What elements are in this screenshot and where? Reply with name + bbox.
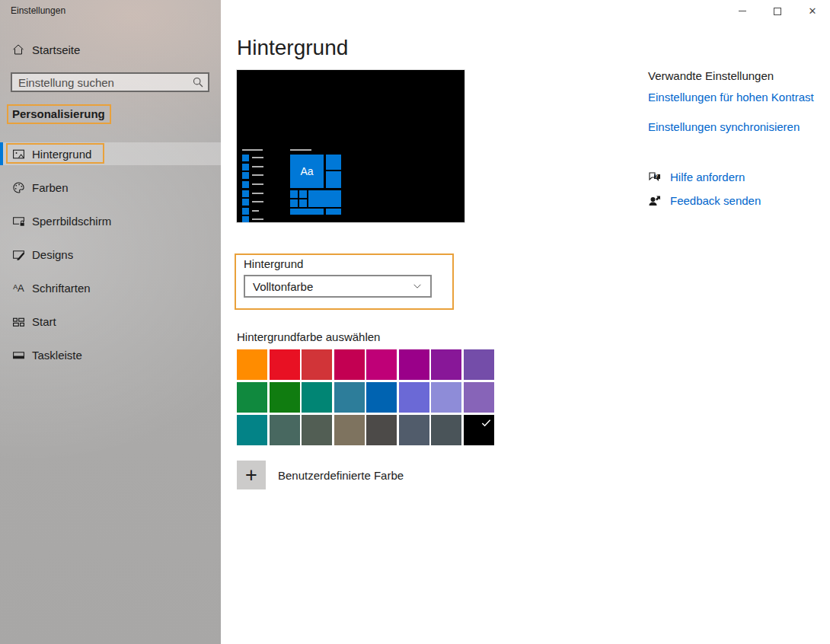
sidebar-nav: Hintergrund Farben — [0, 142, 221, 377]
search-icon[interactable] — [192, 76, 204, 88]
selected-accent-bar — [0, 142, 3, 165]
sidebar-item-designs[interactable]: Designs — [0, 243, 221, 266]
plus-icon: + — [245, 465, 257, 486]
window-title: Einstellungen — [11, 5, 65, 16]
custom-color-row: + Benutzerdefinierte Farbe — [237, 461, 404, 489]
color-swatch[interactable] — [464, 349, 494, 380]
svg-text:?: ? — [655, 174, 658, 179]
color-swatch[interactable] — [399, 415, 429, 445]
sync-settings-link[interactable]: Einstellungen synchronisieren — [648, 120, 800, 133]
help-chat-icon: ? — [648, 170, 662, 183]
send-feedback-link[interactable]: Feedback senden — [670, 194, 761, 207]
lock-screen-icon — [12, 215, 25, 228]
preview-tiles-line — [290, 149, 311, 151]
color-swatch[interactable] — [334, 349, 365, 380]
sidebar-item-start[interactable]: Start — [0, 310, 221, 333]
palette-icon — [12, 181, 25, 194]
custom-color-label: Benutzerdefinierte Farbe — [278, 469, 404, 482]
color-swatch[interactable] — [399, 349, 429, 380]
check-icon — [480, 417, 492, 429]
settings-window: Einstellungen Startseite Personalisierun… — [0, 0, 830, 644]
background-preview: Aa — [237, 70, 464, 222]
color-swatch[interactable] — [366, 349, 397, 380]
related-settings: Verwandte Einstellungen Einstellungen fü… — [648, 69, 827, 217]
color-swatch[interactable] — [237, 415, 267, 445]
color-grid — [237, 349, 494, 445]
color-swatch[interactable] — [399, 382, 429, 413]
annotation-highlight: Hintergrund Volltonfarbe — [235, 253, 454, 310]
minimize-button[interactable] — [725, 0, 760, 22]
caption-controls: ✕ — [725, 0, 830, 22]
color-swatch[interactable] — [237, 349, 267, 380]
sidebar-item-label: Taskleiste — [32, 349, 82, 362]
themes-icon — [12, 248, 25, 261]
preview-aa-tile: Aa — [290, 155, 324, 188]
preview-menu-line — [242, 149, 263, 151]
related-settings-header: Verwandte Einstellungen — [648, 69, 827, 82]
taskbar-icon — [12, 349, 25, 362]
color-swatch-selected[interactable] — [464, 415, 494, 445]
background-type-dropdown[interactable]: Volltonfarbe — [244, 275, 432, 298]
color-swatch[interactable] — [302, 349, 332, 380]
color-swatch[interactable] — [302, 382, 332, 413]
color-swatch[interactable] — [431, 415, 461, 445]
get-help-link[interactable]: Hilfe anfordern — [670, 171, 745, 183]
maximize-icon — [774, 8, 781, 15]
sidebar-item-taskleiste[interactable]: Taskleiste — [0, 343, 221, 366]
color-swatch[interactable] — [270, 382, 300, 413]
minimize-icon — [739, 11, 746, 11]
color-swatch[interactable] — [334, 415, 365, 445]
sidebar-item-label: Startseite — [32, 43, 80, 56]
color-swatch[interactable] — [366, 415, 397, 445]
maximize-button[interactable] — [760, 0, 795, 22]
sidebar-item-label: Start — [32, 315, 56, 328]
search-box — [11, 72, 209, 92]
close-button[interactable]: ✕ — [795, 0, 830, 22]
fonts-icon: ᴬA — [12, 282, 25, 295]
chevron-down-icon — [412, 281, 423, 292]
sidebar-item-home[interactable]: Startseite — [0, 38, 221, 61]
page-title: Hintergrund — [237, 36, 348, 60]
color-swatch[interactable] — [431, 382, 461, 413]
home-icon — [12, 43, 24, 56]
sidebar-section-header: Personalisierung — [7, 104, 111, 124]
color-swatch[interactable] — [237, 382, 267, 413]
background-dropdown-label: Hintergrund — [244, 257, 303, 270]
high-contrast-link[interactable]: Einstellungen für hohen Kontrast — [648, 91, 814, 104]
sidebar-item-farben[interactable]: Farben — [0, 176, 221, 199]
main-content: ✕ Hintergrund Aa — [221, 0, 830, 644]
feedback-person-icon — [648, 193, 662, 207]
help-block: ? Hilfe anfordern Feedback senden — [648, 170, 827, 207]
color-swatch[interactable] — [464, 382, 494, 413]
color-swatch[interactable] — [270, 415, 300, 445]
dropdown-value: Volltonfarbe — [253, 280, 313, 293]
sidebar-item-schriftarten[interactable]: ᴬA Schriftarten — [0, 276, 221, 299]
sidebar: Einstellungen Startseite Personalisierun… — [0, 0, 221, 644]
close-icon: ✕ — [809, 6, 817, 16]
help-row: ? Hilfe anfordern — [648, 170, 827, 183]
custom-color-button[interactable]: + — [237, 461, 266, 489]
color-swatch[interactable] — [334, 382, 365, 413]
sidebar-item-label: Schriftarten — [32, 282, 91, 295]
sidebar-item-label: Designs — [32, 248, 73, 261]
search-input[interactable] — [11, 72, 209, 92]
annotation-highlight — [6, 143, 104, 164]
color-swatch[interactable] — [302, 415, 332, 445]
color-section-label: Hintergrundfarbe auswählen — [237, 330, 380, 343]
color-swatch[interactable] — [270, 349, 300, 380]
feedback-row: Feedback senden — [648, 193, 827, 207]
color-swatch[interactable] — [431, 349, 461, 380]
sidebar-item-hintergrund[interactable]: Hintergrund — [0, 142, 221, 165]
sidebar-item-sperrbildschirm[interactable]: Sperrbildschirm — [0, 209, 221, 232]
sidebar-item-label: Sperrbildschirm — [32, 215, 111, 228]
sidebar-item-label: Farben — [32, 181, 69, 194]
color-swatch[interactable] — [366, 382, 397, 413]
start-tiles-icon — [12, 315, 25, 328]
